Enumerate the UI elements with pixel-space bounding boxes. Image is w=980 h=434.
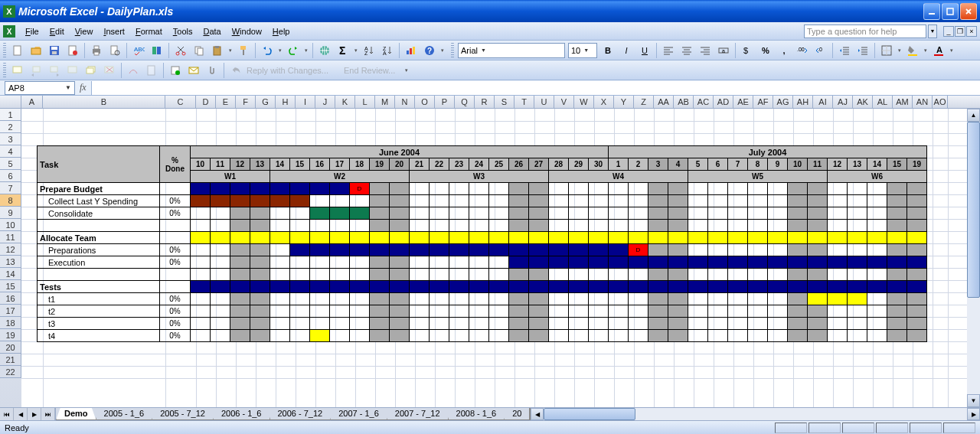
toolbar-options-dropdown[interactable]: ▾ (439, 47, 446, 54)
gantt-cell[interactable] (629, 281, 648, 293)
gantt-cell[interactable] (469, 244, 489, 256)
gantt-cell[interactable] (529, 207, 549, 220)
pct-done-cell[interactable]: 0% (160, 330, 191, 342)
row-header-8[interactable]: 8 (0, 194, 21, 207)
gantt-cell[interactable] (250, 183, 270, 195)
col-header-G[interactable]: G (256, 96, 276, 108)
gantt-cell[interactable] (350, 318, 370, 330)
sheet-tab[interactable]: 2007 - 7_12 (387, 408, 449, 420)
gantt-cell[interactable] (489, 293, 509, 305)
gantt-cell[interactable] (589, 256, 609, 269)
task-name-cell[interactable]: Execution (38, 256, 160, 269)
gantt-cell[interactable] (430, 232, 449, 244)
col-header-S[interactable]: S (495, 96, 514, 108)
sheet-tab[interactable]: 2007 - 1_6 (330, 408, 387, 420)
col-header-AD[interactable]: AD (714, 96, 733, 108)
col-header-Y[interactable]: Y (614, 96, 634, 108)
col-header-AB[interactable]: AB (674, 96, 694, 108)
gantt-cell[interactable] (708, 318, 728, 330)
gantt-cell[interactable] (430, 220, 449, 232)
gantt-cell[interactable] (370, 281, 390, 293)
gantt-cell[interactable] (489, 269, 509, 281)
gantt-cell[interactable] (290, 244, 310, 256)
gantt-cell[interactable] (708, 305, 728, 318)
gantt-cell[interactable] (848, 195, 867, 207)
gantt-cell[interactable] (489, 305, 509, 318)
gantt-cell[interactable] (370, 207, 390, 220)
gantt-cell[interactable] (569, 269, 589, 281)
gantt-cell[interactable] (788, 183, 808, 195)
gantt-cell[interactable] (887, 244, 907, 256)
fill-color-button[interactable] (904, 42, 921, 59)
gantt-cell[interactable] (509, 244, 529, 256)
gantt-cell[interactable] (569, 293, 589, 305)
gantt-cell[interactable] (768, 183, 788, 195)
task-name-cell[interactable]: Collect Last Y Spending (38, 195, 160, 207)
gantt-cell[interactable] (569, 244, 589, 256)
sheet-tab[interactable]: 2008 - 1_6 (448, 408, 505, 420)
gantt-cell[interactable] (668, 207, 688, 220)
redo-button[interactable] (285, 42, 302, 59)
gantt-cell[interactable] (509, 305, 529, 318)
underline-button[interactable]: U (636, 42, 653, 59)
gantt-cell[interactable] (768, 256, 788, 269)
gantt-cell[interactable] (848, 207, 867, 220)
gantt-cell[interactable] (489, 330, 509, 342)
gantt-cell[interactable] (728, 183, 748, 195)
gantt-cell[interactable] (489, 256, 509, 269)
gantt-cell[interactable] (350, 195, 370, 207)
col-header-V[interactable]: V (554, 96, 574, 108)
gantt-cell[interactable] (469, 318, 489, 330)
gantt-cell[interactable] (370, 269, 390, 281)
scroll-up-button[interactable]: ▲ (967, 109, 980, 122)
gantt-cell[interactable] (211, 183, 230, 195)
paste-dropdown[interactable]: ▾ (227, 47, 234, 54)
gantt-cell[interactable] (350, 281, 370, 293)
gantt-cell[interactable] (569, 281, 589, 293)
gantt-cell[interactable] (390, 318, 410, 330)
gantt-cell[interactable] (609, 281, 629, 293)
gantt-cell[interactable] (469, 281, 489, 293)
gantt-cell[interactable] (887, 256, 907, 269)
gantt-cell[interactable] (310, 293, 330, 305)
gantt-cell[interactable] (250, 256, 270, 269)
gantt-cell[interactable] (668, 195, 688, 207)
gantt-cell[interactable] (449, 330, 469, 342)
attach-button[interactable] (204, 62, 220, 79)
gantt-cell[interactable] (430, 330, 449, 342)
gantt-cell[interactable] (290, 256, 310, 269)
gantt-cell[interactable] (907, 293, 927, 305)
gantt-cell[interactable] (668, 256, 688, 269)
gantt-cell[interactable] (748, 256, 768, 269)
gantt-cell[interactable] (529, 269, 549, 281)
show-ink-button[interactable] (125, 62, 142, 79)
gantt-cell[interactable] (250, 244, 270, 256)
gantt-cell[interactable] (848, 256, 867, 269)
gantt-cell[interactable] (191, 207, 211, 220)
gantt-cell[interactable] (688, 244, 708, 256)
gantt-cell[interactable] (609, 269, 629, 281)
delete-comment-button[interactable] (101, 62, 118, 79)
gantt-cell[interactable] (330, 305, 350, 318)
gantt-cell[interactable] (410, 183, 430, 195)
gantt-cell[interactable] (589, 281, 609, 293)
gantt-cell[interactable] (668, 330, 688, 342)
gantt-cell[interactable] (509, 220, 529, 232)
gantt-cell[interactable] (788, 256, 808, 269)
gantt-cell[interactable] (230, 269, 250, 281)
gantt-cell[interactable] (788, 269, 808, 281)
help-button[interactable]: ? (421, 42, 438, 59)
gantt-cell[interactable] (370, 305, 390, 318)
hscroll-thumb[interactable] (544, 408, 635, 420)
copy-button[interactable] (191, 42, 207, 59)
row-header-19[interactable]: 19 (0, 329, 21, 341)
col-header-U[interactable]: U (534, 96, 554, 108)
gantt-cell[interactable] (430, 195, 449, 207)
gantt-cell[interactable] (529, 244, 549, 256)
gantt-cell[interactable] (549, 220, 569, 232)
gantt-cell[interactable] (350, 232, 370, 244)
gantt-cell[interactable] (410, 232, 430, 244)
gantt-cell[interactable] (549, 256, 569, 269)
gantt-cell[interactable] (330, 244, 350, 256)
gantt-cell[interactable] (867, 244, 887, 256)
